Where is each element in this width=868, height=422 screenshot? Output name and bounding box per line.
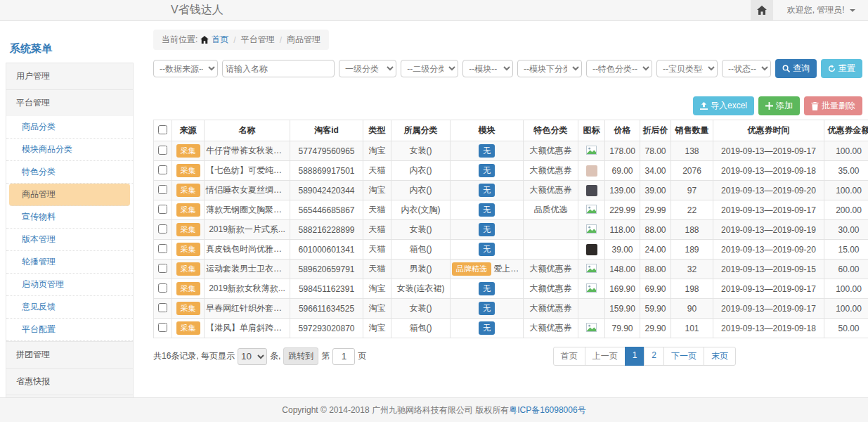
select-all-checkbox[interactable] — [158, 125, 167, 134]
row-checkbox[interactable] — [158, 303, 167, 312]
search-button[interactable]: 查询 — [775, 59, 817, 78]
filter-select-0[interactable]: --数据来源-- — [153, 60, 218, 77]
column-header-模块: 模块 — [451, 120, 524, 141]
broken-image-icon — [586, 323, 597, 332]
row-checkbox-cell — [154, 279, 172, 299]
sales-cell: 2076 — [671, 161, 713, 181]
sidebar-item-版本管理[interactable]: 版本管理 — [6, 229, 133, 251]
column-header-销售数量: 销售数量 — [671, 120, 713, 141]
breadcrumb-home-link[interactable]: 首页 — [212, 34, 228, 46]
sidebar-item-宣传物料[interactable]: 宣传物料 — [6, 206, 133, 229]
add-button[interactable]: 添加 — [758, 96, 800, 115]
type-cell: 淘宝 — [363, 319, 391, 338]
sidebar-item-意见反馈[interactable]: 意见反馈 — [6, 296, 133, 319]
row-checkbox[interactable] — [158, 283, 167, 293]
filter-select-6[interactable]: --特色分类-- — [586, 60, 652, 77]
price-cell: 178.00 — [605, 141, 640, 161]
home-icon — [757, 6, 767, 15]
pagination-bar: 共16条记录, 每页显示 10 条, 跳转到 第 页 首页上一页12下一页末页 — [153, 347, 862, 366]
discount-price-cell: 69.90 — [640, 279, 671, 299]
row-checkbox[interactable] — [158, 323, 167, 332]
table-row: 采集早春网红针织外套女春...596611634525淘宝女装()无大额优惠券1… — [154, 299, 868, 319]
page-button-末页[interactable]: 末页 — [704, 347, 736, 366]
per-page-select[interactable]: 10 — [238, 348, 267, 365]
product-name-input[interactable] — [222, 60, 335, 77]
column-header-类型: 类型 — [363, 120, 391, 141]
filter-select-4[interactable]: --模块-- — [462, 60, 513, 77]
coupon-amount-cell: 100.00 — [824, 299, 868, 319]
page-button-2[interactable]: 2 — [644, 347, 664, 366]
batch-delete-button[interactable]: 批量删除 — [804, 96, 862, 115]
row-checkbox[interactable] — [158, 165, 167, 174]
row-checkbox[interactable] — [158, 224, 167, 234]
row-checkbox[interactable] — [158, 185, 167, 194]
source-badge: 采集 — [176, 262, 200, 276]
sidebar-item-启动页管理[interactable]: 启动页管理 — [6, 274, 133, 296]
filter-bar: --数据来源--一级分类--二级分类----模块----模块下分类----特色分… — [153, 59, 862, 78]
page-button-上一页[interactable]: 上一页 — [585, 347, 626, 366]
page-button-首页[interactable]: 首页 — [553, 347, 585, 366]
filter-select-5[interactable]: --模块下分类-- — [517, 60, 582, 77]
column-header-名称: 名称 — [205, 120, 290, 141]
import-excel-button[interactable]: 导入excel — [693, 96, 754, 115]
filter-select-2[interactable]: 一级分类 — [339, 60, 396, 77]
jump-button[interactable]: 跳转到 — [283, 347, 318, 365]
breadcrumb-prefix: 当前位置: — [162, 34, 197, 46]
icp-link[interactable]: 粤ICP备16098006号 — [509, 404, 585, 416]
type-cell: 淘宝 — [363, 279, 391, 299]
page-button-1[interactable]: 1 — [625, 347, 645, 366]
feature-cell: 品质优选 — [524, 200, 578, 220]
name-cell: 牛仔背带裤女秋装减龄... — [205, 141, 290, 161]
row-checkbox[interactable] — [158, 264, 167, 273]
module-badge: 无 — [479, 203, 495, 217]
home-button[interactable] — [751, 0, 773, 21]
source-badge: 采集 — [176, 223, 200, 236]
table-row: 采集【港风】单肩斜跨链条...597293020870淘宝箱包()无大额优惠券7… — [154, 319, 868, 338]
name-cell: 【七色纺】可爱纯棉家... — [205, 161, 290, 181]
reset-button[interactable]: 重置 — [821, 59, 862, 78]
taoke-id-cell: 598451162391 — [290, 279, 363, 299]
sidebar-group-1[interactable]: 平台管理 — [6, 89, 134, 116]
table-row: 采集情侣睡衣女夏丝绸男士...589042420344淘宝内衣()无大额优惠券1… — [154, 181, 868, 200]
feature-cell — [524, 240, 578, 260]
row-checkbox[interactable] — [158, 205, 167, 214]
filter-select-3[interactable]: --二级分类-- — [401, 60, 458, 77]
chevron-down-icon — [850, 9, 855, 12]
taoke-id-cell: 596611634525 — [290, 299, 363, 319]
module-cell: 无 — [451, 279, 524, 299]
sidebar-item-特色分类[interactable]: 特色分类 — [6, 161, 133, 184]
jump-prefix: 第 — [321, 350, 330, 362]
sidebar-item-商品分类[interactable]: 商品分类 — [6, 116, 133, 139]
source-cell: 采集 — [172, 220, 205, 240]
sales-cell: 138 — [671, 141, 713, 161]
column-header-价格: 价格 — [605, 120, 640, 141]
sidebar-group-0[interactable]: 用户管理 — [6, 63, 134, 89]
type-cell: 天猫 — [363, 200, 391, 220]
feature-cell — [524, 220, 578, 240]
sidebar-item-轮播管理[interactable]: 轮播管理 — [6, 251, 133, 274]
user-menu[interactable]: 欢迎您, 管理员! — [787, 4, 855, 16]
page-number-input[interactable] — [332, 348, 355, 365]
sidebar-item-平台配置[interactable]: 平台配置 — [6, 319, 133, 341]
column-header-折后价: 折后价 — [640, 120, 671, 141]
row-checkbox-cell — [154, 161, 172, 181]
breadcrumb-separator: / — [233, 35, 235, 45]
page-button-下一页[interactable]: 下一页 — [663, 347, 704, 366]
sidebar-group-2[interactable]: 拼团管理 — [6, 341, 134, 368]
column-header-优惠券金额: 优惠券金额 — [824, 120, 868, 141]
sidebar-group-3[interactable]: 省惠快报 — [6, 368, 134, 395]
sidebar-item-商品管理[interactable]: 商品管理 — [9, 184, 130, 206]
coupon-time-cell: 2019-09-13—2019-09-20 — [713, 240, 824, 260]
sidebar-item-模块商品分类[interactable]: 模块商品分类 — [6, 139, 133, 161]
row-checkbox[interactable] — [158, 146, 167, 155]
row-checkbox[interactable] — [158, 244, 167, 253]
type-cell: 天猫 — [363, 161, 391, 181]
coupon-time-cell: 2019-09-13—2019-09-17 — [713, 299, 824, 319]
icon-cell — [578, 299, 605, 319]
jump-suffix: 页 — [358, 350, 366, 362]
source-cell: 采集 — [172, 200, 205, 220]
coupon-amount-cell: 100.00 — [824, 279, 868, 299]
filter-select-8[interactable]: --状态-- — [722, 60, 771, 77]
filter-select-7[interactable]: --宝贝类型-- — [656, 60, 718, 77]
module-text: 爱上运动 — [491, 264, 524, 274]
